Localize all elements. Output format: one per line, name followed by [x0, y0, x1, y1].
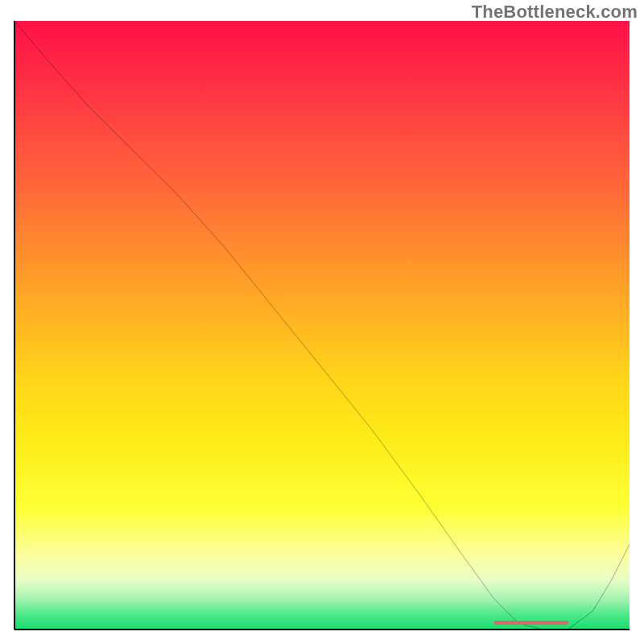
optimal-zone-marker: [494, 621, 568, 625]
plot-area: [14, 21, 630, 630]
bottleneck-curve-path: [14, 21, 630, 630]
chart-stage: TheBottleneck.com: [0, 0, 644, 644]
curve-svg: [14, 21, 630, 630]
watermark-text: TheBottleneck.com: [472, 2, 638, 23]
